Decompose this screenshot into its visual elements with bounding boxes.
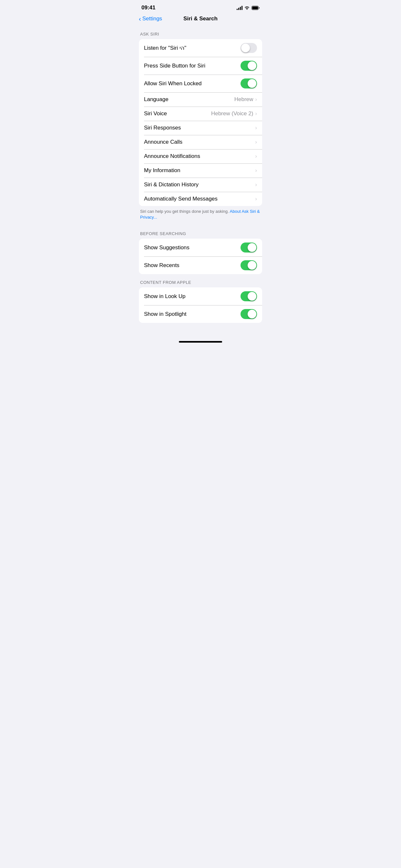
announce-notifications-right: ›: [255, 153, 257, 159]
announce-calls-right: ›: [255, 139, 257, 145]
press-side-button-label: Press Side Button for Siri: [144, 63, 205, 69]
show-recents-label: Show Recents: [144, 262, 180, 269]
press-side-button-toggle[interactable]: [241, 61, 257, 71]
signal-icon: [237, 5, 243, 10]
allow-locked-label: Allow Siri When Locked: [144, 81, 202, 87]
row-siri-dictation-history[interactable]: Siri & Dictation History ›: [139, 178, 262, 192]
toggle-knob: [248, 79, 256, 88]
siri-voice-right: Hebrew (Voice 2) ›: [211, 111, 257, 117]
allow-locked-toggle[interactable]: [241, 79, 257, 89]
toggle-knob: [248, 243, 256, 252]
row-announce-calls[interactable]: Announce Calls ›: [139, 135, 262, 149]
row-language[interactable]: Language Hebrew ›: [139, 92, 262, 106]
home-indicator: [134, 338, 267, 345]
toggle-knob: [248, 310, 256, 318]
announce-calls-label: Announce Calls: [144, 139, 182, 145]
row-show-recents[interactable]: Show Recents: [139, 256, 262, 274]
section-header-ask-siri: ASK SIRI: [134, 26, 267, 39]
battery-icon: [251, 6, 259, 10]
siri-responses-chevron-icon: ›: [255, 125, 257, 131]
card-content-from-apple: Show in Look Up Show in Spotlight: [139, 287, 262, 323]
row-announce-notifications[interactable]: Announce Notifications ›: [139, 149, 262, 163]
back-label: Settings: [143, 16, 162, 22]
row-auto-send-messages[interactable]: Automatically Send Messages ›: [139, 192, 262, 206]
row-allow-locked[interactable]: Allow Siri When Locked: [139, 74, 262, 92]
show-suggestions-label: Show Suggestions: [144, 244, 189, 251]
listen-siri-toggle[interactable]: [241, 43, 257, 53]
siri-dictation-history-chevron-icon: ›: [255, 182, 257, 188]
show-recents-toggle[interactable]: [241, 260, 257, 270]
show-in-spotlight-label: Show in Spotlight: [144, 311, 186, 317]
nav-bar: ‹ Settings Siri & Search: [134, 13, 267, 26]
section-header-before-searching: BEFORE SEARCHING: [134, 225, 267, 239]
page-title: Siri & Search: [183, 16, 218, 22]
siri-voice-value: Hebrew (Voice 2): [211, 111, 253, 117]
row-listen-siri[interactable]: Listen for "Siri הי": [139, 39, 262, 57]
status-time: 09:41: [142, 4, 155, 11]
toggle-knob: [241, 43, 250, 52]
status-bar: 09:41: [134, 0, 267, 13]
siri-dictation-history-right: ›: [255, 182, 257, 188]
announce-notifications-chevron-icon: ›: [255, 153, 257, 159]
row-siri-voice[interactable]: Siri Voice Hebrew (Voice 2) ›: [139, 106, 262, 121]
row-press-side-button[interactable]: Press Side Button for Siri: [139, 57, 262, 74]
row-show-suggestions[interactable]: Show Suggestions: [139, 239, 262, 256]
show-in-look-up-toggle[interactable]: [241, 291, 257, 301]
section-content-from-apple: CONTENT FROM APPLE Show in Look Up Show …: [134, 274, 267, 323]
show-in-spotlight-toggle[interactable]: [241, 309, 257, 319]
toggle-knob: [248, 261, 256, 270]
my-information-right: ›: [255, 167, 257, 174]
auto-send-messages-label: Automatically Send Messages: [144, 196, 218, 202]
row-show-in-spotlight[interactable]: Show in Spotlight: [139, 305, 262, 323]
show-suggestions-toggle[interactable]: [241, 243, 257, 252]
toggle-knob: [248, 292, 256, 301]
announce-calls-chevron-icon: ›: [255, 139, 257, 145]
siri-responses-label: Siri Responses: [144, 125, 181, 131]
language-label: Language: [144, 96, 168, 103]
row-show-in-look-up[interactable]: Show in Look Up: [139, 287, 262, 305]
siri-voice-chevron-icon: ›: [255, 111, 257, 117]
show-in-look-up-label: Show in Look Up: [144, 293, 186, 300]
my-information-chevron-icon: ›: [255, 167, 257, 174]
siri-responses-right: ›: [255, 125, 257, 131]
toggle-knob: [248, 61, 256, 70]
section-ask-siri: ASK SIRI Listen for "Siri הי" Press Side…: [134, 26, 267, 225]
section-footer-ask-siri: Siri can help you get things done just b…: [134, 206, 267, 225]
svg-rect-1: [252, 6, 258, 9]
section-header-content-from-apple: CONTENT FROM APPLE: [134, 274, 267, 287]
row-my-information[interactable]: My Information ›: [139, 163, 262, 178]
my-information-label: My Information: [144, 167, 180, 174]
status-icons: [237, 5, 259, 10]
language-chevron-icon: ›: [255, 96, 257, 103]
home-bar: [179, 341, 222, 343]
card-ask-siri: Listen for "Siri הי" Press Side Button f…: [139, 39, 262, 206]
back-button[interactable]: ‹ Settings: [139, 16, 162, 22]
language-value: Hebrew: [235, 96, 253, 103]
back-chevron-icon: ‹: [139, 16, 141, 22]
announce-notifications-label: Announce Notifications: [144, 153, 200, 159]
auto-send-messages-chevron-icon: ›: [255, 196, 257, 202]
language-right: Hebrew ›: [235, 96, 257, 103]
listen-siri-label: Listen for "Siri הי": [144, 44, 186, 51]
auto-send-messages-right: ›: [255, 196, 257, 202]
card-before-searching: Show Suggestions Show Recents: [139, 239, 262, 274]
row-siri-responses[interactable]: Siri Responses ›: [139, 121, 262, 135]
wifi-icon: [244, 6, 250, 10]
siri-dictation-history-label: Siri & Dictation History: [144, 182, 198, 188]
ask-siri-privacy-link[interactable]: About Ask Siri & Privacy...: [140, 209, 260, 220]
siri-voice-label: Siri Voice: [144, 111, 167, 117]
section-before-searching: BEFORE SEARCHING Show Suggestions Show R…: [134, 225, 267, 274]
content: ASK SIRI Listen for "Siri הי" Press Side…: [134, 26, 267, 336]
